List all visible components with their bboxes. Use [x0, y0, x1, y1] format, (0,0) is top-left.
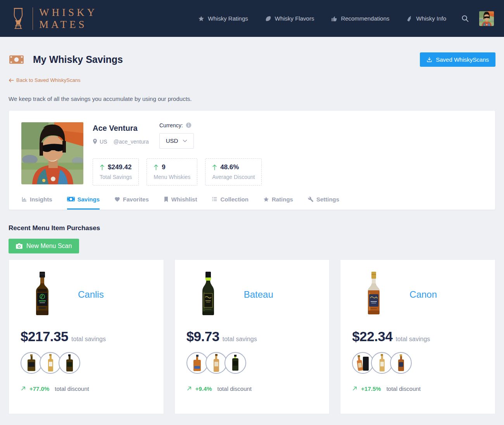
star-icon — [198, 16, 204, 22]
trend-up-icon — [186, 386, 192, 391]
total-savings-label: total savings — [71, 336, 106, 343]
profile-tabs: Insights Savings Favorites Whishlist — [21, 196, 483, 210]
bottle-thumbnail[interactable] — [186, 352, 208, 374]
tab-label: Whishlist — [171, 196, 197, 203]
total-savings-value: $9.73 — [186, 329, 219, 344]
tab-whishlist[interactable]: Whishlist — [164, 196, 197, 210]
profile-location: US — [100, 139, 107, 145]
user-avatar[interactable] — [479, 11, 494, 26]
total-discount-value: +9.4% — [195, 385, 212, 392]
nav-item-whisky-flavors[interactable]: Whisky Flavors — [265, 15, 314, 22]
bottle-thumbnails — [186, 352, 318, 374]
trend-up-icon — [352, 386, 357, 391]
total-savings-label: total savings — [395, 336, 430, 343]
bottle-thumbnail[interactable] — [205, 352, 227, 374]
tab-collection[interactable]: Collection — [212, 196, 249, 210]
whisky-scan-link-canlis[interactable]: Canlis — [78, 289, 104, 300]
info-icon — [186, 122, 192, 128]
saved-button-label: Saved WhiskyScans — [436, 56, 489, 63]
profile-handle: @ace_ventura — [113, 139, 148, 145]
wrench-icon — [308, 196, 314, 202]
whisky-scan-link-bateau[interactable]: Bateau — [244, 289, 273, 300]
list-icon — [212, 196, 217, 202]
chart-icon — [21, 196, 27, 202]
nav-label: Whisky Flavors — [275, 15, 314, 22]
arrow-up-icon — [100, 164, 105, 170]
tab-label: Settings — [316, 196, 339, 203]
bottle-thumbnail[interactable] — [21, 352, 42, 374]
money-bill-icon — [9, 55, 24, 64]
brand-divider — [33, 7, 33, 30]
tab-label: Savings — [78, 196, 100, 203]
bottle-thumbnail[interactable] — [371, 352, 393, 374]
tab-settings[interactable]: Settings — [308, 196, 339, 210]
brand-logo[interactable]: WHISKY MATES — [10, 7, 97, 30]
profile-photo — [21, 122, 83, 184]
gift-box — [363, 357, 369, 371]
brand-name: WHISKY MATES — [39, 7, 97, 30]
camera-icon — [16, 243, 22, 249]
page-title: My Whisky Savings — [33, 54, 123, 65]
download-icon — [426, 57, 432, 62]
nav-item-whisky-ratings[interactable]: Whisky Ratings — [198, 15, 248, 22]
stat-label: Total Savings — [100, 174, 132, 180]
arrow-left-icon — [9, 78, 14, 83]
search-icon[interactable] — [461, 14, 469, 23]
whisky-bottle-image — [186, 272, 230, 317]
bottle-thumbnails — [21, 352, 152, 374]
profile-name: Ace Ventura — [93, 124, 159, 133]
flavor-icon — [265, 16, 271, 22]
stat-value: $249.42 — [108, 163, 131, 171]
heart-icon — [114, 196, 120, 202]
total-savings-value: $217.35 — [21, 329, 68, 344]
total-discount-label: total discount — [217, 385, 252, 392]
trend-up-icon — [21, 386, 26, 391]
purchases-heading: Recent Menu Item Purchases — [9, 224, 495, 232]
purchase-card-canon: Canon $22.34 total savings — [340, 259, 495, 414]
tab-ratings[interactable]: Ratings — [263, 196, 293, 210]
whisky-bottle-image — [21, 272, 64, 317]
tab-favorites[interactable]: Favorites — [114, 196, 149, 210]
stats-row: $249.42 Total Savings 9 Menu Whiskies — [93, 158, 483, 186]
tab-label: Insights — [30, 196, 52, 203]
whisky-scan-link-canon[interactable]: Canon — [409, 289, 437, 300]
stat-label: Menu Whiskies — [154, 174, 190, 180]
nav-label: Whisky Info — [416, 15, 446, 22]
currency-select[interactable]: USD — [159, 133, 194, 149]
nav-label: Recommendations — [341, 15, 389, 22]
scan-button-label: New Menu Scan — [26, 243, 72, 250]
total-savings-value: $22.34 — [352, 329, 392, 344]
bottle-thumbnail[interactable] — [59, 352, 80, 374]
arrow-up-icon — [212, 164, 217, 170]
thumbs-up-icon — [331, 16, 337, 22]
back-link[interactable]: Back to Saved WhiskyScans — [9, 77, 80, 83]
bottle-thumbnail[interactable] — [40, 352, 61, 374]
bottle-thumbnail[interactable] — [352, 352, 374, 374]
whisky-bottle-image — [352, 272, 395, 317]
purchase-card-bateau: Bateau $9.73 total savings — [174, 259, 330, 414]
stat-value: 9 — [162, 163, 165, 171]
tab-savings[interactable]: Savings — [67, 196, 100, 210]
navbar: WHISKY MATES Whisky Ratings Whisky Flavo… — [0, 0, 504, 37]
tab-insights[interactable]: Insights — [21, 196, 52, 210]
bottle-thumbnail[interactable] — [224, 352, 246, 374]
total-discount-value: +77.0% — [29, 385, 49, 392]
saved-whiskyscans-button[interactable]: Saved WhiskyScans — [420, 52, 495, 67]
bottle-icon — [406, 16, 413, 22]
bottle-thumbnails — [352, 352, 483, 374]
bookmark-icon — [164, 196, 169, 202]
nav-item-whisky-info[interactable]: Whisky Info — [406, 15, 446, 22]
stat-total-savings: $249.42 Total Savings — [93, 158, 139, 186]
currency-value: USD — [166, 137, 178, 144]
stat-value: 48.6% — [220, 163, 239, 171]
back-link-label: Back to Saved WhiskyScans — [16, 77, 80, 83]
nav-item-recommendations[interactable]: Recommendations — [331, 15, 389, 22]
money-bill-icon — [67, 196, 75, 202]
main-content: My Whisky Savings Saved WhiskyScans Back… — [0, 52, 504, 425]
bottle-thumbnail[interactable] — [390, 352, 412, 374]
total-discount-label: total discount — [387, 385, 421, 392]
new-menu-scan-button[interactable]: New Menu Scan — [9, 239, 79, 253]
stat-menu-whiskies: 9 Menu Whiskies — [147, 158, 197, 186]
stat-label: Average Discount — [212, 174, 255, 180]
currency-label: Currency: — [159, 122, 183, 128]
